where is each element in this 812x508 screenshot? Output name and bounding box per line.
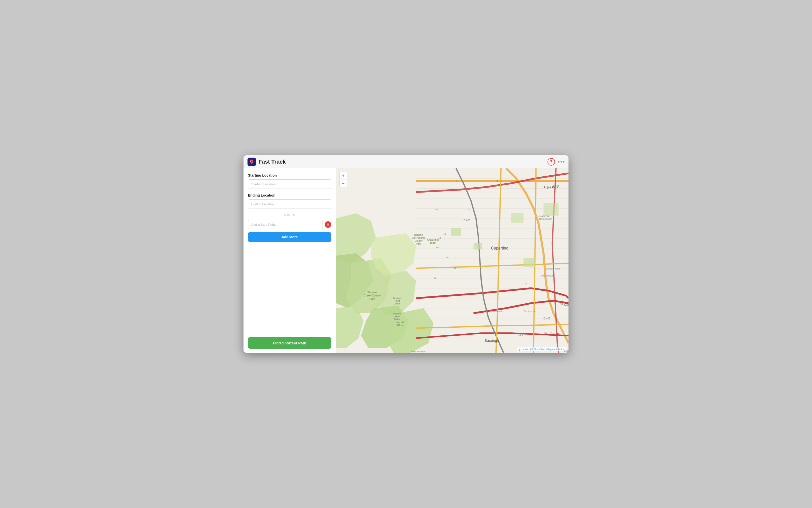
svg-text:Stevens: Stevens: [367, 291, 377, 294]
x-icon: [326, 223, 330, 226]
svg-text:San Tomas: San Tomas: [543, 331, 560, 335]
svg-text:360 m: 360 m: [394, 318, 400, 321]
svg-text:347 m: 347 m: [396, 324, 403, 327]
svg-text:Nob Hill: Nob Hill: [396, 321, 404, 324]
svg-text:10: 10: [454, 267, 456, 269]
svg-rect-35: [511, 213, 524, 223]
svg-text:G4: G4: [560, 303, 563, 306]
stops-divider-line-right: [298, 215, 331, 215]
svg-text:Rancho: Rancho: [414, 234, 423, 236]
svg-text:Rinconada: Rinconada: [539, 217, 552, 220]
svg-text:Creek County: Creek County: [364, 294, 381, 297]
ending-location-label: Ending Location: [248, 193, 331, 197]
sidebar-form: Starting Location Ending Location STOPS: [248, 173, 331, 349]
svg-text:Cambl: Cambl: [564, 303, 569, 306]
svg-text:19: 19: [436, 246, 438, 249]
stop-clear-button[interactable]: [325, 221, 331, 228]
svg-text:G5: G5: [455, 180, 458, 182]
stops-divider-line-left: [248, 215, 282, 215]
window-dots: [558, 161, 565, 163]
svg-text:Williams Road: Williams Road: [546, 267, 560, 270]
svg-text:Park: Park: [370, 297, 375, 300]
window-dot-1: [558, 161, 559, 163]
main-content: Starting Location Ending Location STOPS: [243, 168, 569, 353]
svg-text:Park: Park: [416, 243, 422, 245]
osm-link[interactable]: © OpenStreetMap contributors: [531, 348, 565, 351]
svg-text:Cupertino: Cupertino: [491, 246, 508, 250]
svg-text:20: 20: [435, 208, 437, 211]
window-dot-3: [563, 161, 565, 163]
svg-text:Anza Knoll: Anza Knoll: [427, 239, 439, 241]
svg-text:288 m: 288 m: [394, 302, 400, 305]
svg-text:-Rancho: -Rancho: [539, 215, 549, 217]
svg-text:Maisie's: Maisie's: [393, 312, 401, 315]
svg-text:153m: 153m: [430, 242, 436, 244]
find-shortest-path-button[interactable]: Find Shortest Path: [248, 337, 331, 349]
stop-input-row: [248, 220, 331, 229]
svg-text:Doyle Road: Doyle Road: [541, 274, 553, 277]
ending-location-input[interactable]: [248, 199, 331, 209]
map-svg: Cupertino -Rancho Rinconada Apple Park S…: [336, 168, 569, 353]
map-controls: + −: [340, 172, 347, 187]
app-title: Fast Track: [259, 159, 286, 165]
svg-text:CA 85: CA 85: [543, 317, 550, 320]
help-button[interactable]: ?: [547, 158, 555, 166]
app-window: Fast Track ? Starting Location Ending Lo…: [243, 155, 569, 353]
svg-text:G2: G2: [524, 283, 527, 286]
stop-point-input[interactable]: [248, 220, 323, 229]
svg-text:11: 11: [443, 232, 446, 235]
svg-rect-34: [473, 243, 482, 250]
sidebar: Starting Location Ending Location STOPS: [243, 168, 336, 353]
svg-text:Table Mountain: Table Mountain: [411, 350, 426, 353]
starting-location-label: Starting Location: [248, 173, 331, 177]
app-logo: [247, 158, 256, 166]
svg-rect-36: [543, 203, 558, 216]
svg-text:Saratoga: Saratoga: [485, 339, 499, 343]
svg-text:Peak: Peak: [395, 315, 400, 318]
title-bar: Fast Track ?: [243, 155, 569, 168]
starting-location-input[interactable]: [248, 179, 331, 189]
svg-text:Cox Avenue: Cox Avenue: [524, 310, 536, 312]
map-attribution: 🍃 Leaflet | © OpenStreetMap contributors: [517, 347, 567, 351]
svg-text:10: 10: [433, 277, 436, 279]
svg-rect-33: [451, 228, 461, 236]
svg-text:20: 20: [467, 208, 470, 211]
svg-text:18: 18: [446, 256, 449, 259]
svg-text:CA 85: CA 85: [464, 219, 470, 222]
leaflet-link[interactable]: Leaflet: [522, 348, 529, 351]
zoom-in-button[interactable]: +: [340, 172, 347, 179]
svg-text:CA 82: CA 82: [552, 185, 559, 188]
svg-text:County: County: [415, 240, 423, 242]
map-container: Cupertino -Rancho Rinconada Apple Park S…: [336, 168, 569, 353]
svg-text:San Antonio: San Antonio: [412, 237, 425, 239]
svg-rect-37: [524, 258, 535, 267]
svg-text:CA 9: CA 9: [517, 334, 523, 337]
stops-divider: STOPS: [248, 213, 331, 216]
zoom-out-button[interactable]: −: [340, 180, 347, 187]
svg-text:Cox Avenue: Cox Avenue: [491, 310, 503, 312]
window-dot-2: [560, 161, 562, 163]
svg-text:Point: Point: [395, 300, 400, 302]
svg-text:Hunters: Hunters: [393, 297, 401, 299]
add-more-button[interactable]: Add More: [248, 232, 331, 242]
svg-text:CA 85: CA 85: [495, 180, 502, 182]
stops-section-label: STOPS: [282, 213, 297, 216]
leaflet-icon: 🍃: [518, 348, 521, 351]
